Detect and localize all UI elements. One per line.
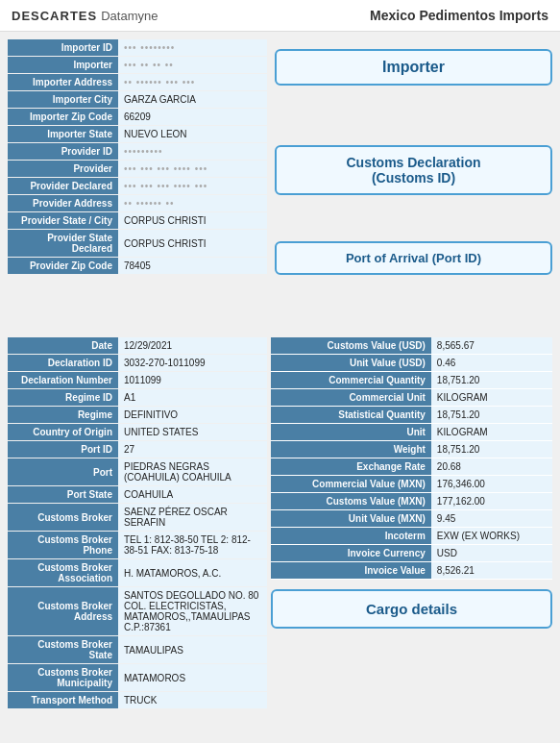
field-label: Commercial Value (MXN) bbox=[271, 476, 431, 493]
field-row: Customs Broker PhoneTEL 1: 812-38-50 TEL… bbox=[8, 532, 267, 558]
field-value: CORPUS CHRISTI bbox=[118, 212, 267, 229]
field-label: Invoice Value bbox=[271, 562, 431, 580]
field-row: Regime IDA1 bbox=[8, 389, 267, 406]
field-row: Provider Declared••• ••• ••• •••• ••• bbox=[8, 178, 267, 194]
field-value: 66209 bbox=[118, 109, 267, 125]
tooltip-area: Importer Customs Declaration (Customs ID… bbox=[275, 39, 552, 337]
field-row: PortPIEDRAS NEGRAS (COAHUILA) COAHUILA bbox=[8, 458, 267, 485]
field-label: Customs Broker Address bbox=[8, 587, 118, 635]
field-label: Commercial Quantity bbox=[271, 372, 431, 389]
customs-tooltip: Customs Declaration (Customs ID) bbox=[275, 145, 552, 195]
field-value: 176,346.00 bbox=[431, 476, 552, 493]
table-row: Unit Value (MXN)9.45 bbox=[271, 510, 552, 528]
field-row: Declaration ID3032-270-1011099 bbox=[8, 355, 267, 371]
customs-tooltip-title: Customs Declaration (Customs ID) bbox=[288, 155, 539, 186]
field-value: 27 bbox=[118, 441, 267, 458]
field-label: Date bbox=[8, 337, 118, 354]
right-fields-table-element: Customs Value (USD)8,565.67Unit Value (U… bbox=[271, 337, 552, 580]
field-value: •• •••••• ••• ••• bbox=[118, 74, 267, 90]
port-tooltip: Port of Arrival (Port ID) bbox=[275, 241, 552, 275]
field-value: CORPUS CHRISTI bbox=[118, 230, 267, 257]
field-row: Importer CityGARZA GARCIA bbox=[8, 91, 267, 108]
field-value: 8,526.21 bbox=[431, 562, 552, 580]
field-value: 1011099 bbox=[118, 372, 267, 388]
field-value: TEL 1: 812-38-50 TEL 2: 812-38-51 FAX: 8… bbox=[118, 532, 267, 558]
header: DESCARTES Datamyne Mexico Pedimentos Imp… bbox=[0, 0, 560, 32]
table-row: Invoice Value8,526.21 bbox=[271, 562, 552, 580]
field-label: Port bbox=[8, 458, 118, 485]
importer-tooltip-title: Importer bbox=[288, 59, 539, 76]
field-row: Importer Address•• •••••• ••• ••• bbox=[8, 74, 267, 90]
field-label: Country of Origin bbox=[8, 424, 118, 440]
field-row: Importer ID••• •••••••• bbox=[8, 39, 267, 56]
field-value: 9.45 bbox=[431, 510, 552, 528]
table-row: Unit Value (USD)0.46 bbox=[271, 355, 552, 372]
field-row: Customs Broker AssociationH. MATAMOROS, … bbox=[8, 559, 267, 586]
field-value: SAENZ PÉREZ OSCAR SERAFIN bbox=[118, 504, 267, 531]
field-value: ••• ••• ••• •••• ••• bbox=[118, 161, 267, 177]
table-row: Commercial UnitKILOGRAM bbox=[271, 389, 552, 407]
field-value: A1 bbox=[118, 389, 267, 406]
field-row: Customs Broker AddressSANTOS DEGOLLADO N… bbox=[8, 587, 267, 635]
field-value: MATAMOROS bbox=[118, 664, 267, 691]
bottom-left-fields: Date12/29/2021Declaration ID3032-270-101… bbox=[8, 337, 267, 709]
right-fields-table: Customs Value (USD)8,565.67Unit Value (U… bbox=[271, 337, 552, 580]
field-value: TAMAULIPAS bbox=[118, 636, 267, 663]
field-label: Statistical Quantity bbox=[271, 407, 431, 424]
field-row: Customs Broker MunicipalityMATAMOROS bbox=[8, 664, 267, 691]
field-label: Transport Method bbox=[8, 692, 118, 708]
field-label: Customs Broker bbox=[8, 504, 118, 531]
field-label: Importer Address bbox=[8, 74, 118, 90]
logo-descartes: DESCARTES bbox=[12, 9, 97, 23]
field-row: Provider Address•• •••••• •• bbox=[8, 195, 267, 211]
field-label: Provider Address bbox=[8, 195, 118, 211]
field-label: Importer ID bbox=[8, 39, 118, 56]
field-value: ••• •••••••• bbox=[118, 39, 267, 56]
field-row: Date12/29/2021 bbox=[8, 337, 267, 354]
field-value: NUEVO LEON bbox=[118, 126, 267, 142]
field-value: ••• •• •• •• bbox=[118, 57, 267, 73]
field-value: 3032-270-1011099 bbox=[118, 355, 267, 371]
field-value: 8,565.67 bbox=[431, 337, 552, 355]
field-label: Customs Broker Municipality bbox=[8, 664, 118, 691]
field-label: Customs Broker Phone bbox=[8, 532, 118, 558]
page-title: Mexico Pedimentos Imports bbox=[370, 8, 548, 23]
field-label: Unit bbox=[271, 424, 431, 441]
field-value: UNITED STATES bbox=[118, 424, 267, 440]
field-value: 18,751.20 bbox=[431, 407, 552, 424]
field-value: ••••••••• bbox=[118, 143, 267, 160]
table-row: Statistical Quantity18,751.20 bbox=[271, 407, 552, 424]
port-tooltip-title: Port of Arrival (Port ID) bbox=[288, 251, 539, 265]
table-row: Exchange Rate20.68 bbox=[271, 458, 552, 476]
field-label: Unit Value (MXN) bbox=[271, 510, 431, 528]
table-row: Customs Value (USD)8,565.67 bbox=[271, 337, 552, 355]
field-value: 0.46 bbox=[431, 355, 552, 372]
field-label: Customs Value (USD) bbox=[271, 337, 431, 355]
field-row: Customs BrokerSAENZ PÉREZ OSCAR SERAFIN bbox=[8, 504, 267, 531]
bottom-right-area: Customs Value (USD)8,565.67Unit Value (U… bbox=[271, 337, 552, 709]
logo: DESCARTES Datamyne bbox=[12, 9, 158, 23]
field-value: PIEDRAS NEGRAS (COAHUILA) COAHUILA bbox=[118, 458, 267, 485]
field-label: Regime ID bbox=[8, 389, 118, 406]
field-value: KILOGRAM bbox=[431, 389, 552, 407]
field-label: Incoterm bbox=[271, 528, 431, 545]
field-label: Importer City bbox=[8, 91, 118, 108]
field-value: COAHUILA bbox=[118, 486, 267, 503]
field-value: EXW (EX WORKS) bbox=[431, 528, 552, 545]
bottom-section: Date12/29/2021Declaration ID3032-270-101… bbox=[0, 337, 560, 717]
field-label: Declaration Number bbox=[8, 372, 118, 388]
field-value: SANTOS DEGOLLADO NO. 80 COL. ELECTRICIST… bbox=[118, 587, 267, 635]
field-row: RegimeDEFINITIVO bbox=[8, 407, 267, 423]
field-value: 78405 bbox=[118, 258, 267, 274]
field-label: Importer bbox=[8, 57, 118, 73]
field-label: Regime bbox=[8, 407, 118, 423]
field-label: Customs Broker State bbox=[8, 636, 118, 663]
field-label: Provider Declared bbox=[8, 178, 118, 194]
table-row: UnitKILOGRAM bbox=[271, 424, 552, 441]
cargo-tooltip-title: Cargo details bbox=[292, 601, 531, 617]
field-row: Country of OriginUNITED STATES bbox=[8, 424, 267, 440]
field-value: 12/29/2021 bbox=[118, 337, 267, 354]
field-row: Importer Zip Code66209 bbox=[8, 109, 267, 125]
field-value: 18,751.20 bbox=[431, 441, 552, 458]
field-row: Provider••• ••• ••• •••• ••• bbox=[8, 161, 267, 177]
